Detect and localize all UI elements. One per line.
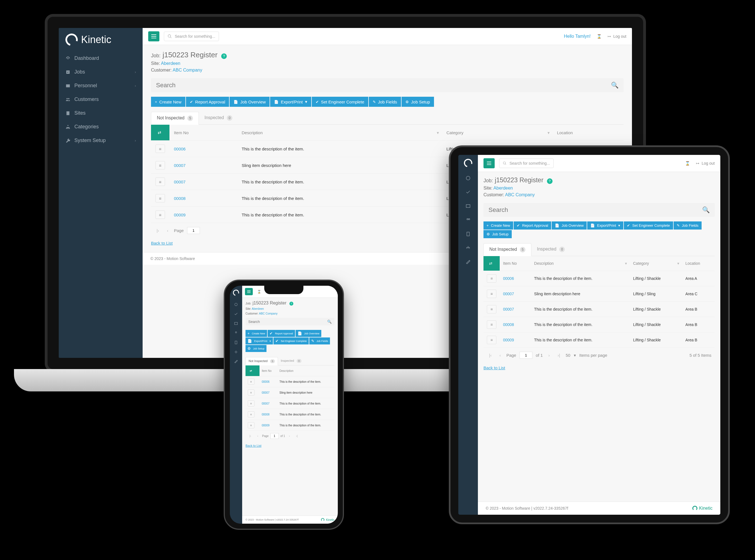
filter-icon[interactable]: ▾ — [625, 261, 627, 266]
item-id-link[interactable]: 00008 — [500, 317, 531, 333]
tab-inspected[interactable]: Inspected 0 — [531, 243, 571, 256]
sidebar-item-personnel[interactable] — [458, 199, 478, 213]
sidebar-item-system-setup[interactable] — [458, 255, 478, 269]
hourglass-icon[interactable]: ⌛ — [685, 161, 690, 165]
search-icon[interactable]: 🔍 — [611, 82, 618, 89]
action-export-print[interactable]: 📄Export/Print ▾ — [245, 337, 273, 344]
swap-columns-button[interactable]: ⇄ — [151, 125, 170, 141]
menu-toggle-button[interactable] — [245, 288, 253, 295]
item-id-link[interactable]: 00007 — [170, 174, 237, 190]
hourglass-icon[interactable]: ⌛ — [257, 290, 261, 294]
pager-first[interactable]: |‹ — [487, 352, 494, 359]
item-id-link[interactable]: 00006 — [170, 141, 237, 157]
register-search[interactable]: 🔍 — [483, 203, 715, 217]
action-job-fields[interactable]: ✎Job Fields — [369, 97, 401, 107]
hourglass-icon[interactable]: ⌛ — [597, 34, 601, 39]
pager-first[interactable]: |‹ — [247, 433, 253, 439]
swap-columns-button[interactable]: ⇄ — [245, 365, 259, 376]
action-create-new[interactable]: +Create New — [151, 97, 185, 107]
col-item-no[interactable]: Item No — [500, 256, 531, 271]
item-id-link[interactable]: 00007 — [259, 398, 277, 409]
col-location[interactable]: Location — [682, 256, 715, 271]
action-job-fields[interactable]: ✎Job Fields — [309, 337, 330, 344]
logout-button[interactable]: ↦ Log out — [696, 161, 715, 165]
action-create-new[interactable]: +Create New — [245, 330, 267, 337]
customer-link[interactable]: ABC Company — [505, 192, 535, 197]
action-set-engineer-complete[interactable]: ✔Set Engineer Complete — [274, 337, 309, 344]
pager-page-input[interactable] — [520, 352, 532, 359]
tab-not-inspected[interactable]: Not Inspected 5 — [151, 112, 199, 125]
action-job-overview[interactable]: 📄Job Overview — [230, 97, 270, 107]
item-id-link[interactable]: 00006 — [259, 376, 277, 387]
col-category[interactable]: Category▾ — [630, 256, 682, 271]
action-job-setup[interactable]: ⚙Job Setup — [483, 230, 512, 238]
tab-not-inspected[interactable]: Not Inspected 5 — [483, 243, 531, 256]
tab-not-inspected[interactable]: Not Inspected 5 — [245, 357, 278, 365]
col-description[interactable]: Description — [277, 365, 334, 376]
action-job-setup[interactable]: ⚙Job Setup — [401, 97, 434, 107]
tab-inspected[interactable]: Inspected 0 — [199, 112, 238, 124]
pager-prev[interactable]: ‹ — [255, 433, 260, 439]
swap-columns-button[interactable]: ⇄ — [483, 256, 500, 271]
logout-button[interactable]: ↦ Log out — [608, 34, 627, 39]
col-description[interactable]: Description▾ — [237, 125, 442, 141]
help-icon[interactable]: ? — [221, 54, 227, 59]
site-link[interactable]: Aberdeen — [161, 61, 180, 66]
item-id-link[interactable]: 00007 — [500, 302, 531, 317]
sidebar-item-customers[interactable] — [458, 213, 478, 227]
row-drag-handle[interactable]: ≡ — [151, 206, 170, 223]
sidebar-item-categories[interactable] — [458, 241, 478, 255]
global-search[interactable]: Search for something... — [164, 32, 219, 41]
sidebar-item-system-setup[interactable] — [230, 357, 242, 366]
sidebar-item-sites[interactable] — [458, 227, 478, 241]
action-job-overview[interactable]: 📄Job Overview — [552, 221, 587, 229]
site-link[interactable]: Aberdeen — [494, 186, 513, 191]
filter-icon[interactable]: ▾ — [548, 130, 550, 135]
action-create-new[interactable]: +Create New — [483, 221, 513, 229]
pager-page-input[interactable] — [187, 227, 200, 234]
sidebar-item-dashboard[interactable] — [458, 171, 478, 185]
search-icon[interactable]: 🔍 — [327, 320, 332, 324]
action-export-print[interactable]: 📄Export/Print ▾ — [270, 97, 311, 107]
pager-last[interactable]: ›| — [555, 352, 562, 359]
register-search-input[interactable] — [489, 206, 702, 214]
item-id-link[interactable]: 00007 — [500, 286, 531, 302]
site-link[interactable]: Aberdeen — [252, 307, 264, 310]
pager-last[interactable]: ›| — [294, 433, 300, 439]
item-id-link[interactable]: 00006 — [500, 271, 531, 286]
register-search[interactable]: 🔍 — [151, 78, 623, 92]
pager-page-input[interactable] — [271, 433, 279, 439]
item-id-link[interactable]: 00008 — [259, 409, 277, 420]
row-drag-handle[interactable]: ≡ — [245, 398, 259, 409]
sidebar-item-dashboard[interactable]: Dashboard — [59, 52, 143, 65]
row-drag-handle[interactable]: ≡ — [483, 317, 500, 333]
row-drag-handle[interactable]: ≡ — [483, 286, 500, 302]
dropdown-icon[interactable]: ▾ — [574, 353, 576, 358]
back-to-list-link[interactable]: Back to List — [483, 363, 505, 371]
action-job-fields[interactable]: ✎Job Fields — [674, 221, 701, 229]
sidebar-item-personnel[interactable] — [230, 319, 242, 328]
item-id-link[interactable]: 00008 — [170, 190, 237, 206]
sidebar-item-dashboard[interactable] — [230, 300, 242, 309]
sidebar-item-sites[interactable]: Sites — [59, 106, 143, 120]
action-report-approval[interactable]: ✔Report Approval — [267, 330, 295, 337]
sidebar-item-customers[interactable]: Customers — [59, 93, 143, 106]
sidebar-item-jobs[interactable]: Jobs › — [59, 65, 143, 79]
item-id-link[interactable]: 00007 — [170, 157, 237, 174]
row-drag-handle[interactable]: ≡ — [151, 157, 170, 174]
tab-inspected[interactable]: Inspected 0 — [278, 357, 304, 365]
pager-prev[interactable]: ‹ — [497, 352, 503, 359]
sidebar-item-personnel[interactable]: Personnel › — [59, 79, 143, 93]
row-drag-handle[interactable]: ≡ — [151, 174, 170, 190]
sidebar-item-categories[interactable]: Categories — [59, 120, 143, 134]
action-job-overview[interactable]: 📄Job Overview — [296, 330, 322, 337]
customer-link[interactable]: ABC Company — [259, 312, 277, 315]
action-job-setup[interactable]: ⚙Job Setup — [245, 345, 266, 352]
sidebar-item-jobs[interactable] — [458, 185, 478, 199]
row-drag-handle[interactable]: ≡ — [151, 190, 170, 206]
customer-link[interactable]: ABC Company — [173, 68, 202, 73]
col-item-no[interactable]: Item No — [259, 365, 277, 376]
action-set-engineer-complete[interactable]: ✔Set Engineer Complete — [312, 97, 368, 107]
pager-prev[interactable]: ‹ — [165, 227, 171, 234]
register-search-input[interactable] — [156, 82, 611, 89]
